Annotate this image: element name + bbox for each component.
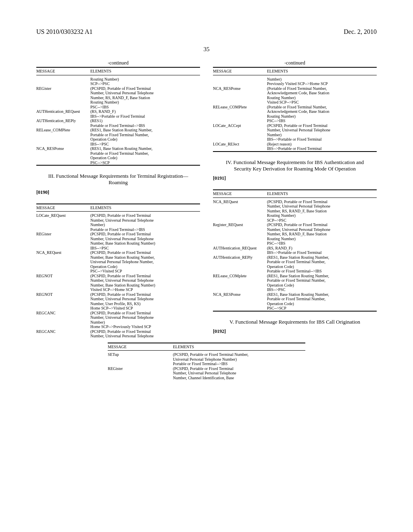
message-name — [213, 114, 267, 119]
message-name: LOCate_REQuest — [36, 213, 90, 218]
pub-number: US 2010/0303232 A1 — [36, 28, 93, 35]
element-line: PSC-->Visited SCP — [90, 269, 200, 274]
element-line: Routing Number) — [267, 237, 377, 241]
message-name — [36, 334, 90, 339]
message-name — [36, 100, 90, 105]
message-name — [36, 227, 90, 232]
message-name — [36, 320, 90, 325]
message-name — [213, 204, 267, 209]
message-name: REGister — [108, 366, 173, 371]
element-line: Number, Channel Identification, Base — [173, 376, 305, 380]
message-name: REGNOT — [36, 274, 90, 278]
element-line: Routing Number) — [267, 114, 377, 119]
section-5-paranum: [0192] — [213, 328, 377, 335]
message-name: RELease_COMPlete — [213, 105, 267, 110]
col-elements: ELEMENTS — [267, 190, 377, 197]
message-name: AUTHentication_REQuest — [213, 246, 267, 251]
element-line: Number, RS, RAND_F, Base Station — [267, 209, 377, 214]
message-name: RELease_COMplete — [213, 274, 267, 278]
right-column: -continued MESSAGE ELEMENTS Number)Previ… — [213, 60, 377, 339]
message-name — [213, 260, 267, 264]
message-name: RELease_COMPlete — [36, 128, 90, 133]
message-name — [213, 137, 267, 142]
message-name — [36, 105, 90, 110]
element-line: (PCSPID, Portable or Fixed Terminal — [90, 274, 200, 278]
message-name — [36, 287, 90, 292]
element-line: Number, Base Station Routing Number) — [90, 283, 200, 288]
element-line: PSC-->IBS — [90, 105, 200, 110]
message-name — [213, 283, 267, 288]
element-line: Routing Number) — [267, 213, 377, 218]
message-name: REGCANC — [36, 329, 90, 334]
element-line: Portable or Fixed Terminal Number, — [90, 151, 200, 156]
element-line: Acknowledgement Code, Base Station — [267, 91, 377, 96]
element-line: Number, User Profile, RS, KS) — [90, 301, 200, 306]
element-line: (Portable or Fixed Terminal Number, — [267, 105, 377, 110]
element-line: IBS-->Portable or Fixed Terminal — [267, 146, 377, 152]
message-name: LOCate_ACCept — [213, 123, 267, 128]
message-name — [213, 218, 267, 223]
col-elements: ELEMENTS — [267, 67, 377, 75]
message-name — [36, 283, 90, 288]
message-name: NCA_REQuest — [36, 250, 90, 255]
pub-date: Dec. 2, 2010 — [344, 28, 377, 35]
element-line: (PCSPID, Portable or Fixed Terminal — [90, 329, 200, 334]
message-name — [213, 81, 267, 86]
message-name: NCA_RESPonse — [213, 86, 267, 91]
message-name — [213, 278, 267, 283]
element-line: Number, Universal Personal Telephone — [173, 371, 305, 376]
element-line: PSC-->IBS — [267, 118, 377, 123]
message-name — [213, 237, 267, 241]
element-line: Home SCP-->Previously Visited SCP — [90, 324, 200, 329]
message-name: NCA_RESPonse — [213, 292, 267, 297]
message-name — [36, 324, 90, 329]
element-line: Portable or Fixed Terminal Number, — [267, 260, 377, 264]
element-line: (PCSPID, Portable or Fixed Terminal — [90, 232, 200, 237]
element-line: (PCSPID, Portable or Fixed Terminal — [90, 292, 200, 297]
element-line: Number) — [90, 222, 200, 227]
element-line: Number) — [267, 77, 377, 82]
element-line: Operation Code) — [267, 301, 377, 306]
message-name — [36, 269, 90, 274]
element-line: (RES1, Base Station Routing Number, — [267, 274, 377, 278]
continued-label: -continued — [213, 60, 377, 67]
element-line: Universal Personal Telephone Number, — [90, 260, 200, 264]
message-name — [213, 287, 267, 292]
message-name: AUTHentication_REPly — [213, 255, 267, 260]
element-line: (PCSPID, Portable or Fixed Terminal — [173, 366, 305, 371]
col-message: MESSAGE — [108, 343, 173, 351]
element-line: (RES1, Base Station Routing Number, — [90, 128, 200, 133]
message-name — [36, 241, 90, 246]
message-name — [213, 118, 267, 123]
element-line: Previously Visited SCP-->Home SCP — [267, 81, 377, 86]
message-name — [213, 269, 267, 274]
message-name — [213, 109, 267, 114]
message-name — [213, 213, 267, 218]
col-message: MESSAGE — [36, 67, 90, 75]
message-name: REGister — [36, 86, 90, 91]
element-line: Routing Number) — [90, 100, 200, 105]
message-name: Register_REQuest — [213, 222, 267, 227]
message-name: SETup — [108, 352, 173, 357]
element-line: (PCSPID, Portable or Fixed Terminal — [267, 123, 377, 128]
element-line: Number, Base Station Routing Number) — [90, 241, 200, 246]
element-line: Number, Base Station Routing Number, — [90, 255, 200, 260]
element-line: (Reject reason) — [267, 142, 377, 147]
table-1: MESSAGE ELEMENTS Routing Number)SCP-->PS… — [36, 67, 200, 166]
element-line: Number) — [90, 320, 200, 325]
element-line: Home SCP-->Visited SCP — [90, 306, 200, 311]
section-4-paranum: [0191] — [213, 175, 377, 181]
element-line: Number, Universal Personal Telephone — [267, 128, 377, 133]
element-line: IBS-->Portable or Fixed Terminal — [267, 250, 377, 255]
element-line: (PCSPID, Portable or Fixed Terminal — [90, 213, 200, 218]
element-line: Portable or Fixed Terminal-->IBS — [90, 123, 200, 128]
message-name — [36, 301, 90, 306]
element-line: IBS-->PSC — [90, 246, 200, 251]
message-name — [213, 264, 267, 269]
col-elements: ELEMENTS — [173, 343, 305, 351]
message-name — [36, 133, 90, 137]
element-line: Number, Universal Personal Telephone — [90, 237, 200, 241]
message-name: LOCate_REJect — [213, 142, 267, 147]
page-number: 35 — [36, 46, 377, 53]
col-message: MESSAGE — [36, 204, 90, 212]
